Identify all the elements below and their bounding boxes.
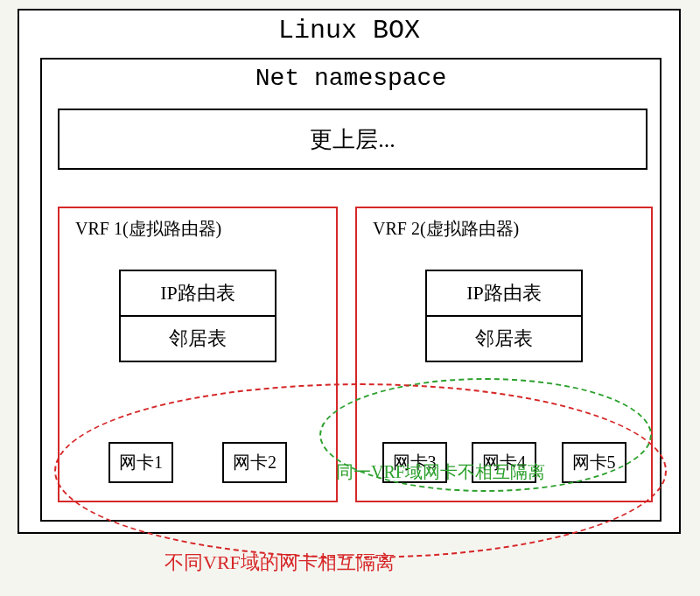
net-namespace-title: Net namespace xyxy=(42,60,660,95)
vrf1-ip-routing-table: IP路由表 xyxy=(121,271,275,315)
linux-box: Linux BOX Net namespace 更上层... VRF 1(虚拟路… xyxy=(18,9,681,534)
nic-3: 网卡3 xyxy=(382,442,447,483)
vrf2-tables: IP路由表 邻居表 xyxy=(425,270,583,362)
diff-vrf-annotation: 不同VRF域的网卡相互隔离 xyxy=(164,550,395,576)
vrf2-neighbor-table: 邻居表 xyxy=(427,315,581,361)
nic-2: 网卡2 xyxy=(222,442,287,483)
vrf2-ip-routing-table: IP路由表 xyxy=(427,271,581,315)
nic-4: 网卡4 xyxy=(472,442,536,483)
vrf1-nics-row: 网卡1 网卡2 xyxy=(60,442,336,483)
vrf2-title: VRF 2(虚拟路由器) xyxy=(357,208,651,241)
vrf1-box: VRF 1(虚拟路由器) IP路由表 邻居表 网卡1 网卡2 xyxy=(58,207,338,502)
vrf1-title: VRF 1(虚拟路由器) xyxy=(60,208,336,241)
linux-box-title: Linux BOX xyxy=(19,11,679,49)
vrf1-neighbor-table: 邻居表 xyxy=(121,315,275,361)
upper-layer-label: 更上层... xyxy=(310,124,396,155)
vrf2-nics-row: 网卡3 网卡4 网卡5 xyxy=(357,442,651,483)
vrf1-tables: IP路由表 邻居表 xyxy=(119,270,276,362)
vrf2-box: VRF 2(虚拟路由器) IP路由表 邻居表 网卡3 网卡4 网卡5 xyxy=(355,207,653,502)
nic-1: 网卡1 xyxy=(108,442,173,483)
upper-layer-box: 更上层... xyxy=(58,109,648,170)
net-namespace-box: Net namespace 更上层... VRF 1(虚拟路由器) IP路由表 … xyxy=(40,58,662,522)
nic-5: 网卡5 xyxy=(562,442,626,483)
